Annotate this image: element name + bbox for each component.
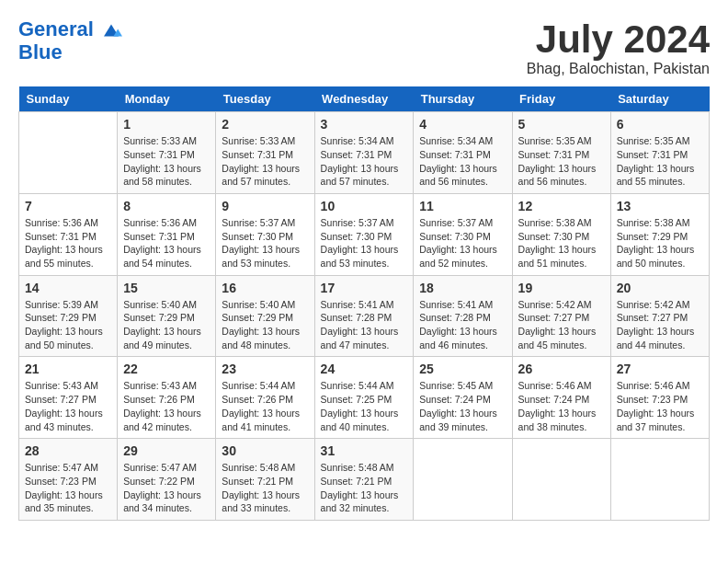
week-row-5: 28Sunrise: 5:47 AM Sunset: 7:23 PM Dayli… bbox=[19, 439, 710, 521]
day-number: 29 bbox=[123, 443, 210, 458]
calendar-cell bbox=[610, 439, 709, 521]
day-info: Sunrise: 5:33 AM Sunset: 7:31 PM Dayligh… bbox=[222, 134, 308, 189]
day-number: 10 bbox=[321, 199, 408, 213]
day-info: Sunrise: 5:40 AM Sunset: 7:29 PM Dayligh… bbox=[222, 298, 308, 352]
day-info: Sunrise: 5:46 AM Sunset: 7:24 PM Dayligh… bbox=[518, 379, 605, 433]
calendar-cell: 11Sunrise: 5:37 AM Sunset: 7:30 PM Dayli… bbox=[414, 193, 512, 275]
calendar-cell: 10Sunrise: 5:37 AM Sunset: 7:30 PM Dayli… bbox=[314, 193, 414, 275]
calendar-cell: 15Sunrise: 5:40 AM Sunset: 7:29 PM Dayli… bbox=[118, 275, 216, 357]
day-info: Sunrise: 5:47 AM Sunset: 7:23 PM Dayligh… bbox=[25, 461, 111, 515]
day-number: 4 bbox=[419, 117, 506, 132]
day-number: 16 bbox=[222, 281, 308, 295]
calendar-cell: 30Sunrise: 5:48 AM Sunset: 7:21 PM Dayli… bbox=[216, 439, 314, 521]
day-info: Sunrise: 5:35 AM Sunset: 7:31 PM Dayligh… bbox=[617, 134, 703, 189]
calendar-cell: 23Sunrise: 5:44 AM Sunset: 7:26 PM Dayli… bbox=[216, 357, 314, 439]
day-info: Sunrise: 5:41 AM Sunset: 7:28 PM Dayligh… bbox=[419, 298, 506, 352]
day-number: 11 bbox=[419, 199, 506, 213]
day-number: 28 bbox=[25, 443, 111, 458]
header-wednesday: Wednesday bbox=[314, 86, 414, 112]
day-info: Sunrise: 5:34 AM Sunset: 7:31 PM Dayligh… bbox=[321, 134, 408, 189]
calendar-cell: 4Sunrise: 5:34 AM Sunset: 7:31 PM Daylig… bbox=[414, 112, 512, 194]
header-sunday: Sunday bbox=[19, 86, 118, 112]
page-header: General Blue July 2024 Bhag, Balochistan… bbox=[18, 18, 710, 77]
day-number: 20 bbox=[617, 281, 703, 295]
header-row: SundayMondayTuesdayWednesdayThursdayFrid… bbox=[19, 86, 710, 112]
day-number: 12 bbox=[518, 199, 605, 213]
day-info: Sunrise: 5:40 AM Sunset: 7:29 PM Dayligh… bbox=[123, 298, 210, 352]
calendar-cell: 28Sunrise: 5:47 AM Sunset: 7:23 PM Dayli… bbox=[19, 439, 118, 521]
day-info: Sunrise: 5:37 AM Sunset: 7:30 PM Dayligh… bbox=[222, 216, 308, 270]
day-number: 27 bbox=[617, 362, 703, 376]
day-number: 25 bbox=[419, 362, 506, 376]
location: Bhag, Balochistan, Pakistan bbox=[527, 61, 710, 77]
week-row-3: 14Sunrise: 5:39 AM Sunset: 7:29 PM Dayli… bbox=[19, 275, 710, 357]
calendar-table: SundayMondayTuesdayWednesdayThursdayFrid… bbox=[18, 86, 710, 521]
header-tuesday: Tuesday bbox=[216, 86, 314, 112]
day-number: 24 bbox=[321, 362, 408, 376]
calendar-cell: 16Sunrise: 5:40 AM Sunset: 7:29 PM Dayli… bbox=[216, 275, 314, 357]
day-info: Sunrise: 5:35 AM Sunset: 7:31 PM Dayligh… bbox=[518, 134, 605, 189]
calendar-cell: 17Sunrise: 5:41 AM Sunset: 7:28 PM Dayli… bbox=[314, 275, 414, 357]
calendar-cell: 22Sunrise: 5:43 AM Sunset: 7:26 PM Dayli… bbox=[118, 357, 216, 439]
day-number: 18 bbox=[419, 281, 506, 295]
logo: General Blue bbox=[18, 18, 123, 63]
calendar-cell: 12Sunrise: 5:38 AM Sunset: 7:30 PM Dayli… bbox=[512, 193, 610, 275]
calendar-cell: 18Sunrise: 5:41 AM Sunset: 7:28 PM Dayli… bbox=[414, 275, 512, 357]
day-number: 7 bbox=[25, 199, 111, 213]
calendar-cell: 3Sunrise: 5:34 AM Sunset: 7:31 PM Daylig… bbox=[314, 112, 414, 194]
calendar-cell bbox=[414, 439, 512, 521]
day-number: 1 bbox=[123, 117, 210, 132]
day-info: Sunrise: 5:41 AM Sunset: 7:28 PM Dayligh… bbox=[321, 298, 408, 352]
logo-blue: Blue bbox=[18, 41, 123, 63]
day-info: Sunrise: 5:43 AM Sunset: 7:27 PM Dayligh… bbox=[25, 379, 111, 433]
calendar-cell: 31Sunrise: 5:48 AM Sunset: 7:21 PM Dayli… bbox=[314, 439, 414, 521]
day-info: Sunrise: 5:38 AM Sunset: 7:30 PM Dayligh… bbox=[518, 216, 605, 270]
title-block: July 2024 Bhag, Balochistan, Pakistan bbox=[527, 18, 710, 77]
header-thursday: Thursday bbox=[414, 86, 512, 112]
day-number: 30 bbox=[222, 443, 308, 458]
calendar-cell: 27Sunrise: 5:46 AM Sunset: 7:23 PM Dayli… bbox=[610, 357, 709, 439]
calendar-cell: 8Sunrise: 5:36 AM Sunset: 7:31 PM Daylig… bbox=[118, 193, 216, 275]
day-info: Sunrise: 5:36 AM Sunset: 7:31 PM Dayligh… bbox=[123, 216, 210, 270]
calendar-cell: 2Sunrise: 5:33 AM Sunset: 7:31 PM Daylig… bbox=[216, 112, 314, 194]
calendar-cell: 14Sunrise: 5:39 AM Sunset: 7:29 PM Dayli… bbox=[19, 275, 118, 357]
day-info: Sunrise: 5:48 AM Sunset: 7:21 PM Dayligh… bbox=[321, 461, 408, 515]
day-number: 2 bbox=[222, 117, 308, 132]
calendar-cell: 21Sunrise: 5:43 AM Sunset: 7:27 PM Dayli… bbox=[19, 357, 118, 439]
day-info: Sunrise: 5:43 AM Sunset: 7:26 PM Dayligh… bbox=[123, 379, 210, 433]
day-number: 19 bbox=[518, 281, 605, 295]
day-info: Sunrise: 5:46 AM Sunset: 7:23 PM Dayligh… bbox=[617, 379, 703, 433]
header-saturday: Saturday bbox=[610, 86, 709, 112]
calendar-cell: 1Sunrise: 5:33 AM Sunset: 7:31 PM Daylig… bbox=[118, 112, 216, 194]
calendar-cell: 26Sunrise: 5:46 AM Sunset: 7:24 PM Dayli… bbox=[512, 357, 610, 439]
calendar-cell: 20Sunrise: 5:42 AM Sunset: 7:27 PM Dayli… bbox=[610, 275, 709, 357]
week-row-2: 7Sunrise: 5:36 AM Sunset: 7:31 PM Daylig… bbox=[19, 193, 710, 275]
day-number: 15 bbox=[123, 281, 210, 295]
day-number: 17 bbox=[321, 281, 408, 295]
calendar-cell bbox=[19, 112, 118, 194]
day-info: Sunrise: 5:48 AM Sunset: 7:21 PM Dayligh… bbox=[222, 461, 308, 515]
calendar-cell: 25Sunrise: 5:45 AM Sunset: 7:24 PM Dayli… bbox=[414, 357, 512, 439]
day-info: Sunrise: 5:44 AM Sunset: 7:26 PM Dayligh… bbox=[222, 379, 308, 433]
header-friday: Friday bbox=[512, 86, 610, 112]
day-number: 23 bbox=[222, 362, 308, 376]
day-number: 6 bbox=[617, 117, 703, 132]
day-info: Sunrise: 5:42 AM Sunset: 7:27 PM Dayligh… bbox=[518, 298, 605, 352]
day-info: Sunrise: 5:45 AM Sunset: 7:24 PM Dayligh… bbox=[419, 379, 506, 433]
calendar-cell: 5Sunrise: 5:35 AM Sunset: 7:31 PM Daylig… bbox=[512, 112, 610, 194]
day-info: Sunrise: 5:42 AM Sunset: 7:27 PM Dayligh… bbox=[617, 298, 703, 352]
day-number: 3 bbox=[321, 117, 408, 132]
week-row-1: 1Sunrise: 5:33 AM Sunset: 7:31 PM Daylig… bbox=[19, 112, 710, 194]
calendar-cell: 13Sunrise: 5:38 AM Sunset: 7:29 PM Dayli… bbox=[610, 193, 709, 275]
calendar-cell: 9Sunrise: 5:37 AM Sunset: 7:30 PM Daylig… bbox=[216, 193, 314, 275]
day-info: Sunrise: 5:34 AM Sunset: 7:31 PM Dayligh… bbox=[419, 134, 506, 189]
day-number: 9 bbox=[222, 199, 308, 213]
day-info: Sunrise: 5:37 AM Sunset: 7:30 PM Dayligh… bbox=[321, 216, 408, 270]
header-monday: Monday bbox=[118, 86, 216, 112]
day-number: 21 bbox=[25, 362, 111, 376]
day-info: Sunrise: 5:47 AM Sunset: 7:22 PM Dayligh… bbox=[123, 461, 210, 515]
day-number: 13 bbox=[617, 199, 703, 213]
day-info: Sunrise: 5:37 AM Sunset: 7:30 PM Dayligh… bbox=[419, 216, 506, 270]
day-number: 31 bbox=[321, 443, 408, 458]
logo-text: General bbox=[18, 18, 123, 41]
